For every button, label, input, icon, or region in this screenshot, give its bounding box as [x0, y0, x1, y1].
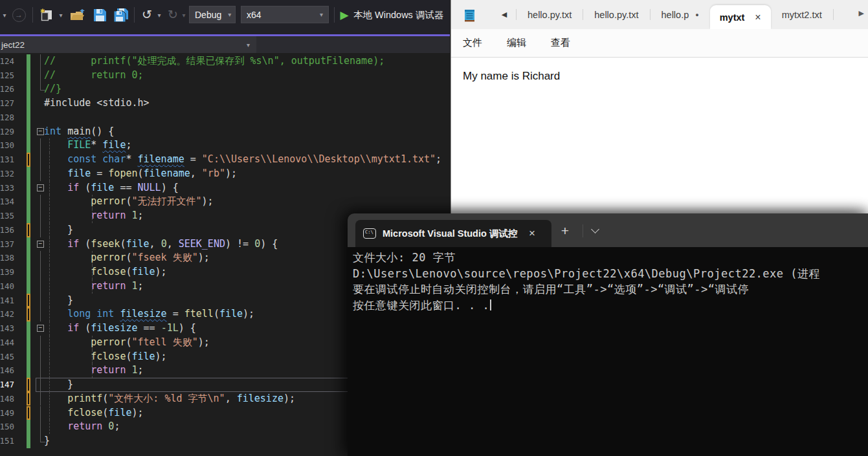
line-number[interactable]: 144 [0, 336, 14, 350]
terminal-line: D:\Users\Lenovo\source\repos\Project22\x… [353, 266, 864, 282]
code-line: 131 const char* filename = "C:\\Users\\L… [0, 153, 450, 167]
fold-guide [40, 420, 41, 434]
fold-collapse-icon[interactable]: − [37, 184, 44, 191]
fold-guide [40, 223, 41, 237]
line-number[interactable]: 131 [0, 153, 14, 167]
change-tracking-bar [27, 138, 30, 153]
undo-icon[interactable]: ↺ [139, 6, 155, 24]
close-icon[interactable]: × [755, 12, 761, 23]
change-tracking-bar [27, 54, 30, 69]
terminal-tab[interactable]: C:\ Microsoft Visual Studio 调试控 × [355, 220, 551, 247]
line-number[interactable]: 127 [0, 96, 14, 111]
menu-edit[interactable]: 编辑 [507, 37, 526, 49]
platform-dropdown[interactable]: x64 ▾ [241, 6, 329, 23]
line-number[interactable]: 128 [0, 111, 14, 125]
line-number[interactable]: 145 [0, 350, 14, 364]
terminal-output[interactable]: 文件大小: 20 字节D:\Users\Lenovo\source\repos\… [353, 250, 864, 453]
line-number[interactable]: 138 [0, 251, 14, 265]
chevron-down-icon[interactable]: ▾ [180, 6, 188, 24]
chevron-down-icon[interactable]: ▾ [57, 6, 65, 24]
change-tracking-bar [27, 336, 30, 350]
code-text: // return 0; [44, 69, 144, 83]
change-tracking-bar [27, 406, 30, 420]
new-item-button[interactable]: ✱ [38, 6, 56, 24]
toolbar-separator [134, 7, 135, 23]
menu-view[interactable]: 查看 [551, 37, 570, 49]
notepad-tab[interactable]: hello.p● [651, 0, 710, 29]
fold-guide [40, 153, 41, 167]
change-tracking-bar [27, 69, 30, 83]
chevron-down-icon[interactable] [591, 225, 599, 233]
line-number[interactable]: 129 [0, 125, 14, 139]
code-text: if (file == NULL) { [44, 181, 179, 195]
save-button[interactable] [91, 6, 109, 24]
project-dropdown[interactable]: ject22 ▾ [0, 36, 256, 53]
line-number[interactable]: 125 [0, 69, 14, 83]
line-number[interactable]: 150 [0, 420, 14, 434]
line-number[interactable]: 151 [0, 434, 14, 448]
line-number[interactable]: 130 [0, 138, 14, 153]
line-number[interactable]: 124 [0, 54, 14, 69]
notepad-text-area[interactable]: My name is Richard [451, 57, 868, 215]
notepad-tab-label: hello.p [662, 10, 689, 20]
menu-file[interactable]: 文件 [463, 37, 482, 49]
line-number[interactable]: 136 [0, 223, 14, 237]
fold-collapse-icon[interactable]: − [37, 128, 44, 135]
line-number[interactable]: 140 [0, 279, 14, 294]
line-number[interactable]: 143 [0, 321, 14, 336]
tab-scroll-left-button[interactable]: ◀ [498, 8, 510, 20]
notepad-tab-label: mytxt2.txt [782, 10, 822, 20]
change-tracking-bar [27, 265, 30, 279]
fold-guide [40, 138, 41, 153]
fold-guide [40, 307, 41, 321]
line-number[interactable]: 142 [0, 307, 14, 321]
fold-guide [40, 364, 41, 378]
chevron-down-icon[interactable]: ▾ [155, 6, 163, 24]
code-line: 133− if (file == NULL) { [0, 181, 450, 195]
line-number[interactable]: 133 [0, 181, 14, 195]
new-tab-button[interactable]: + [553, 221, 577, 241]
line-number[interactable]: 149 [0, 406, 14, 420]
fold-collapse-icon[interactable]: − [37, 325, 44, 332]
change-tracking-bar [27, 307, 30, 321]
code-text: perror("fseek 失败"); [44, 251, 210, 265]
notepad-tab[interactable]: mytxt× [710, 5, 771, 29]
chevron-down-icon[interactable]: ▾ [1, 6, 8, 24]
line-number[interactable]: 137 [0, 237, 14, 252]
code-text: return 1; [44, 279, 144, 294]
fold-guide [40, 195, 41, 209]
line-number[interactable]: 135 [0, 209, 14, 223]
line-number[interactable]: 146 [0, 364, 14, 378]
save-all-button[interactable] [111, 6, 131, 24]
line-number[interactable]: 147 [0, 378, 14, 392]
code-text: } [44, 378, 73, 392]
line-number[interactable]: 134 [0, 195, 14, 209]
line-number[interactable]: 148 [0, 392, 14, 406]
start-debugging-play-icon[interactable]: ▶ [338, 6, 351, 24]
start-debugging-button[interactable]: 本地 Windows 调试器 [353, 6, 451, 24]
notepad-tab[interactable]: hello.py.txt [583, 0, 649, 29]
change-tracking-bar [27, 181, 30, 195]
line-number[interactable]: 126 [0, 82, 14, 96]
notepad-menu-bar: 文件 编辑 查看 [451, 29, 868, 57]
tab-bar-separator [583, 224, 583, 237]
solution-config-dropdown[interactable]: Debug ▾ [189, 6, 236, 23]
svg-text:✱: ✱ [40, 8, 45, 14]
line-number[interactable]: 132 [0, 167, 14, 181]
redo-icon[interactable]: ↻ [164, 6, 181, 24]
open-file-button[interactable] [67, 6, 87, 24]
line-number[interactable]: 141 [0, 294, 14, 308]
navigate-forward-button[interactable]: → [10, 6, 27, 24]
notepad-tab[interactable]: hello.py.txt [517, 0, 583, 29]
code-line: 132 file = fopen(filename, "rb"); [0, 167, 450, 181]
fold-collapse-icon[interactable]: − [37, 241, 44, 248]
change-tracking-bar [27, 279, 30, 294]
notepad-tab[interactable]: mytxt2.txt [771, 0, 833, 29]
fold-guide [40, 69, 41, 83]
project-dropdown-value: ject22 [1, 40, 25, 50]
change-tracking-bar [27, 167, 30, 181]
close-icon[interactable]: × [529, 227, 535, 240]
tab-scroll-right-button[interactable]: ▶ [859, 9, 864, 17]
line-number[interactable]: 139 [0, 265, 14, 279]
save-all-icon [113, 8, 129, 23]
